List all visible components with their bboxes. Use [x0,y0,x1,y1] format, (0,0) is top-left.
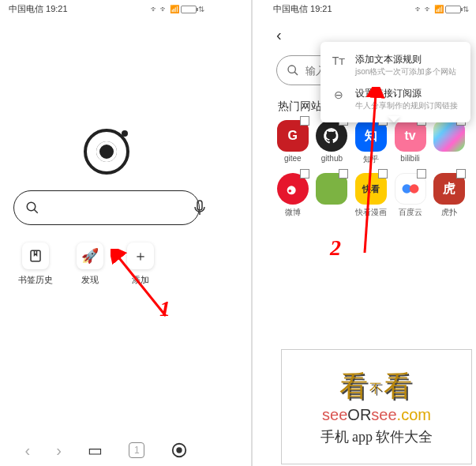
watermark-title: 看不看 [339,367,414,406]
wifi-icon: ᯤ [160,5,168,13]
site-gitee[interactable]: Ggitee [275,120,311,165]
nav-back-icon[interactable]: ‹ [25,442,31,460]
checkbox[interactable] [417,169,426,179]
site-label: bilibili [400,154,419,163]
status-bar: 中国电信 19:21 ᯤ ᯤ 📶 ⇅ [4,0,209,18]
site-csdn[interactable] [431,120,467,165]
menu-subtitle: json格式一次可添加多个网站 [355,66,456,77]
data-arrows-icon: ⇅ [463,5,469,13]
site-baiduyun[interactable]: 百度云 [392,173,429,218]
data-arrows-icon: ⇅ [198,5,204,13]
bottom-nav: ‹ › ▭ 1 [4,441,209,460]
status-bar: 中国电信 19:21 ᯤ ᯤ 📶 ⇅ [268,0,474,18]
site-label: 微博 [285,207,301,218]
topbar: ‹ Tᴛ 添加文本源规则 json格式一次可添加多个网站 ⊖ 设置链接订阅源 牛… [268,18,474,47]
svg-point-6 [288,66,295,73]
nav-tabs-icon[interactable]: 1 [129,442,144,458]
nav-home-icon[interactable]: ▭ [88,441,103,460]
rocket-icon: 🚀 [77,242,103,269]
svg-point-9 [288,190,291,193]
signal-icon: ᯤ [151,5,159,13]
text-format-icon: Tᴛ [330,54,347,67]
watermark-url: seeORsee.com [322,406,431,424]
link-icon: ⊖ [330,88,347,101]
carrier: 中国电信 [273,4,308,13]
svg-line-12 [117,255,166,316]
phone-screen-left: 中国电信 19:21 ᯤ ᯤ 📶 ⇅ 书签历史 🚀 发现 [4,0,209,466]
svg-line-1 [34,209,38,213]
site-green[interactable] [314,173,350,218]
wifi-icon: ᯤ [425,5,433,13]
signal-icon: ᯤ [415,5,423,13]
discover-button[interactable]: 🚀 发现 [77,242,103,286]
watermark-subtitle: 手机 app 软件大全 [320,427,433,446]
annotation-arrow-1 [111,249,174,328]
app-logo-wrap [4,129,209,175]
menu-item-text-source[interactable]: Tᴛ 添加文本源规则 json格式一次可添加多个网站 [320,48,470,82]
svg-point-11 [409,184,418,194]
search-icon [287,64,299,77]
status-icons: ᯤ ᯤ 📶 ⇅ [415,5,469,13]
battery-icon [181,6,197,13]
svg-rect-3 [31,250,40,261]
svg-point-5 [177,447,182,453]
site-github[interactable]: github [314,120,350,165]
status-icons: ᯤ ᯤ 📶 ⇅ [151,5,204,13]
nav-menu-icon[interactable] [171,442,188,459]
annotation-label-2: 2 [330,235,341,261]
svg-point-0 [27,202,36,211]
carrier: 中国电信 [9,4,43,13]
site-label: github [321,154,343,163]
checkbox[interactable] [300,169,309,179]
site-label: gitee [284,154,302,163]
checkbox[interactable] [339,169,348,179]
site-label: 百度云 [399,207,422,218]
watermark-card: 看不看 seeORsee.com 手机 app 软件大全 [281,349,472,464]
search-bar[interactable] [13,190,200,225]
menu-title: 添加文本源规则 [355,53,456,66]
time: 19:21 [310,4,332,13]
site-hupu[interactable]: 虎虎扑 [431,173,467,218]
site-weibo[interactable]: 微博 [275,173,311,218]
vertical-divider [251,0,253,466]
svg-rect-2 [197,201,202,210]
signal2-icon: 📶 [434,5,444,13]
search-icon [25,201,39,215]
bookmark-icon [22,242,49,269]
search-input[interactable] [47,201,186,214]
back-button[interactable]: ‹ [276,26,282,44]
site-label: 虎扑 [441,207,457,218]
svg-line-13 [365,93,376,253]
action-label: 发现 [81,274,99,286]
checkbox[interactable] [300,116,309,126]
mic-icon[interactable] [193,200,206,216]
annotation-arrow-2 [357,87,396,261]
app-logo-icon [84,129,129,175]
svg-line-7 [294,72,298,75]
signal2-icon: 📶 [170,5,179,13]
battery-icon [445,6,461,13]
action-label: 书签历史 [18,274,53,286]
bookmark-history-button[interactable]: 书签历史 [18,242,53,286]
time: 19:21 [46,4,68,13]
checkbox[interactable] [456,169,466,179]
nav-forward-icon[interactable]: › [56,442,62,460]
svg-point-8 [287,186,295,194]
